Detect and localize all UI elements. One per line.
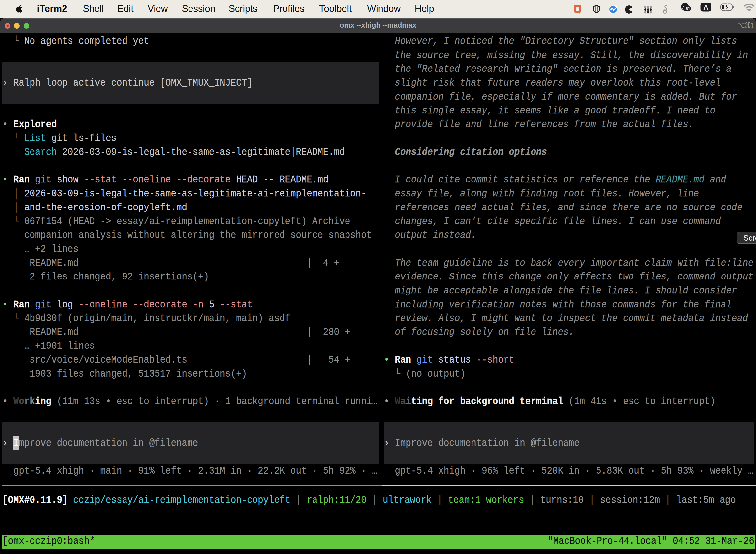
svg-text:..61: ..61 [683,7,690,11]
svg-text:A: A [703,4,708,11]
